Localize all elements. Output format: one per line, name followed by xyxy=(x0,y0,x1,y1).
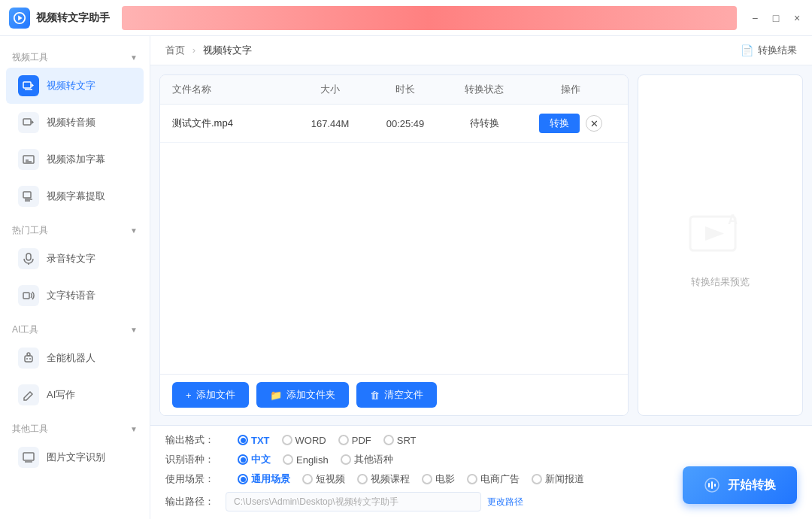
table-row: 测试文件.mp4 167.44M 00:25:49 待转换 转换 ✕ xyxy=(160,105,628,143)
sidebar-section-other-tools: 其他工具 ▼ xyxy=(0,414,150,439)
scene-short-video[interactable]: 短视频 xyxy=(302,472,345,486)
radio-dot-zh xyxy=(238,454,248,465)
content-wrapper: 首页 › 视频转文字 📄 转换结果 文件名称 大小 时长 xyxy=(150,36,812,519)
svg-rect-15 xyxy=(23,293,29,299)
window-controls: − □ × xyxy=(749,12,803,24)
add-folder-button[interactable]: 📁 添加文件夹 xyxy=(256,382,349,408)
scene-ecommerce[interactable]: 电商广告 xyxy=(467,472,520,486)
format-txt-label: TXT xyxy=(251,435,270,446)
col-size: 大小 xyxy=(292,83,368,96)
scene-ecommerce-label: 电商广告 xyxy=(480,472,520,486)
lang-en[interactable]: English xyxy=(283,454,329,466)
format-word[interactable]: WORD xyxy=(282,435,326,446)
sidebar-item-video-to-audio[interactable]: 视频转音频 xyxy=(6,105,144,141)
radio-dot-ecommerce xyxy=(467,474,477,484)
sidebar-item-ai-robot[interactable]: 全能机器人 xyxy=(6,340,144,376)
file-name: 测试文件.mp4 xyxy=(172,117,292,130)
add-icon: + xyxy=(186,390,192,401)
svg-rect-20 xyxy=(23,453,34,460)
lang-other[interactable]: 其他语种 xyxy=(341,453,393,466)
sidebar-item-ai-write[interactable]: AI写作 xyxy=(6,377,144,413)
svg-marker-3 xyxy=(32,83,34,87)
preview-label: 转换结果预览 xyxy=(691,275,750,289)
chevron-down-icon: ▼ xyxy=(130,53,138,62)
convert-button[interactable]: 转换 xyxy=(539,114,580,133)
radio-dot-news xyxy=(532,474,542,484)
file-actions-bar: + 添加文件 📁 添加文件夹 🗑 清空文件 xyxy=(160,374,628,415)
result-icon: 📄 xyxy=(741,44,753,56)
result-button[interactable]: 📄 转换结果 xyxy=(741,44,797,57)
language-label: 识别语种： xyxy=(165,453,220,466)
video-subtitle-extract-icon xyxy=(18,186,39,207)
lang-zh[interactable]: 中文 xyxy=(238,453,271,466)
scene-news[interactable]: 新闻报道 xyxy=(532,472,584,486)
sidebar-item-text-to-speech[interactable]: 文字转语音 xyxy=(6,278,144,314)
sidebar-item-audio-to-text[interactable]: 录音转文字 xyxy=(6,241,144,277)
svg-rect-2 xyxy=(23,82,31,88)
sidebar-item-video-subtitle-extract[interactable]: 视频字幕提取 xyxy=(6,178,144,214)
path-input[interactable] xyxy=(226,492,481,511)
breadcrumb-current: 视频转文字 xyxy=(203,44,252,56)
scene-course[interactable]: 视频课程 xyxy=(357,472,410,486)
format-txt[interactable]: TXT xyxy=(238,435,270,446)
sidebar: 视频工具 ▼ 视频转文字 视频转音频 视频添加字幕 视频字幕提取 xyxy=(0,36,150,519)
scene-general-label: 通用场景 xyxy=(251,472,290,486)
main-layout: 视频工具 ▼ 视频转文字 视频转音频 视频添加字幕 视频字幕提取 xyxy=(0,36,812,519)
ai-robot-icon xyxy=(18,348,39,369)
sidebar-label-video-to-audio: 视频转音频 xyxy=(47,116,95,129)
svg-marker-23 xyxy=(705,226,724,241)
scene-general[interactable]: 通用场景 xyxy=(238,472,290,486)
file-duration: 00:25:49 xyxy=(368,118,443,129)
sidebar-label-video-to-text: 视频转文字 xyxy=(47,79,95,93)
lang-other-label: 其他语种 xyxy=(354,453,393,466)
sidebar-section-video-tools: 视频工具 ▼ xyxy=(0,42,150,67)
sidebar-label-image-text: 图片文字识别 xyxy=(47,451,105,464)
result-label: 转换结果 xyxy=(758,44,797,57)
titlebar: 视频转文字助手 − □ × xyxy=(0,0,812,36)
radio-dot-txt xyxy=(238,435,248,445)
sidebar-item-video-add-subtitle[interactable]: 视频添加字幕 xyxy=(6,141,144,178)
breadcrumb-home[interactable]: 首页 xyxy=(165,44,185,56)
format-word-label: WORD xyxy=(295,435,326,446)
sidebar-section-hot-tools: 热门工具 ▼ xyxy=(0,215,150,240)
clear-label: 清空文件 xyxy=(384,388,423,402)
format-pdf[interactable]: PDF xyxy=(338,435,371,446)
sidebar-label-audio-to-text: 录音转文字 xyxy=(47,252,95,266)
table-header: 文件名称 大小 时长 转换状态 操作 xyxy=(160,75,628,105)
scene-movie[interactable]: 电影 xyxy=(422,472,455,486)
trash-icon: 🗑 xyxy=(370,390,380,401)
svg-rect-16 xyxy=(25,356,32,362)
minimize-button[interactable]: − xyxy=(749,12,761,24)
radio-dot-short xyxy=(302,474,313,484)
start-label: 开始转换 xyxy=(728,478,776,493)
radio-dot-movie xyxy=(422,474,432,484)
radio-dot-other xyxy=(341,454,351,465)
svg-point-18 xyxy=(26,358,28,360)
radio-dot-word xyxy=(282,435,292,445)
svg-rect-27 xyxy=(711,481,713,489)
breadcrumb: 首页 › 视频转文字 xyxy=(165,44,252,57)
chevron-down-icon-4: ▼ xyxy=(130,425,138,433)
format-srt[interactable]: SRT xyxy=(383,435,417,446)
clear-button[interactable]: 🗑 清空文件 xyxy=(356,382,437,408)
sidebar-item-image-text[interactable]: 图片文字识别 xyxy=(6,439,144,475)
breadcrumb-separator: › xyxy=(192,44,195,56)
file-size: 167.44M xyxy=(292,118,368,129)
close-button[interactable]: × xyxy=(791,12,803,24)
row-actions: 转换 ✕ xyxy=(526,114,616,133)
change-path-button[interactable]: 更改路径 xyxy=(487,496,523,508)
radio-dot-general xyxy=(238,474,248,484)
sidebar-label-ai-robot: 全能机器人 xyxy=(47,351,95,365)
svg-text:A: A xyxy=(728,212,738,227)
col-filename: 文件名称 xyxy=(172,83,292,96)
add-file-button[interactable]: + 添加文件 xyxy=(172,382,249,408)
sidebar-item-video-to-text[interactable]: 视频转文字 xyxy=(6,68,144,104)
maximize-button[interactable]: □ xyxy=(770,12,782,24)
sidebar-label-video-add-subtitle: 视频添加字幕 xyxy=(47,153,105,166)
ai-write-icon xyxy=(18,384,39,405)
start-convert-button[interactable]: 开始转换 xyxy=(683,466,797,504)
delete-button[interactable]: ✕ xyxy=(586,115,602,132)
add-folder-label: 添加文件夹 xyxy=(286,388,335,402)
format-group: TXT WORD PDF SRT xyxy=(238,435,417,446)
lang-zh-label: 中文 xyxy=(251,453,271,466)
